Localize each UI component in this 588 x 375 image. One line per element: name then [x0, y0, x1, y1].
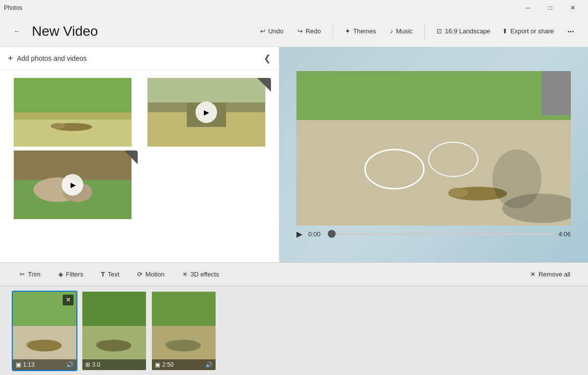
undo-button[interactable]: Undo [254, 25, 290, 38]
timeline-type-icon-1: ▣ [16, 361, 21, 368]
more-button[interactable] [562, 25, 580, 38]
timeline-item-info-2: ⊞ 3.0 [82, 359, 146, 370]
preview-image [296, 71, 571, 225]
strip-toolbar: Trim Filters Text Motion 3D effects Remo… [0, 263, 588, 286]
bottom-strip: Trim Filters Text Motion 3D effects Remo… [0, 262, 588, 375]
titlebar: Photos ─ □ ✕ [0, 0, 588, 16]
music-button[interactable]: Music [384, 25, 418, 38]
plus-icon [8, 53, 13, 64]
timeline-item-1[interactable]: ▣ 1:13 🔊 ✕ [12, 291, 77, 371]
svg-rect-14 [296, 71, 571, 120]
close-overlay-1[interactable]: ✕ [63, 295, 74, 305]
svg-point-4 [50, 123, 65, 129]
svg-point-26 [26, 340, 44, 349]
main-toolbar: New Video Undo Redo Themes Music 16:9 La… [0, 16, 588, 47]
timeline-item-2[interactable]: ⊞ 3.0 [81, 291, 147, 371]
filter-icon [58, 271, 63, 278]
timeline-item-3[interactable]: ▣ 2:50 🔊 [151, 291, 217, 371]
ratio-button[interactable]: 16:9 Landscape [431, 25, 496, 38]
video-corner-3 [124, 150, 138, 164]
svg-rect-28 [82, 292, 146, 326]
left-panel: Add photos and videos [0, 47, 279, 262]
effects-button[interactable]: 3D effects [174, 268, 227, 281]
collapse-button[interactable] [264, 53, 271, 64]
current-time: 0:00 [308, 230, 326, 238]
trim-label: Trim [28, 271, 41, 278]
video-corner-2 [257, 78, 271, 92]
timeline: ▣ 1:13 🔊 ✕ ⊞ 3.0 [0, 286, 588, 375]
ratio-icon [437, 27, 442, 35]
photo-thumb-1 [8, 78, 138, 147]
timeline-info-left-2: ⊞ 3.0 [85, 361, 100, 368]
timeline-duration-2: 3.0 [92, 361, 100, 368]
svg-rect-22 [541, 71, 571, 115]
music-icon [390, 27, 393, 35]
timeline-item-info-1: ▣ 1:13 🔊 [13, 359, 76, 370]
svg-rect-7 [147, 78, 265, 102]
audio-icon-1: 🔊 [66, 361, 74, 368]
total-time: 4:06 [559, 230, 571, 238]
back-icon [14, 27, 20, 35]
play-pause-button[interactable] [296, 229, 302, 239]
play-icon-3 [71, 181, 76, 189]
timeline-item-info-3: ▣ 2:50 🔊 [152, 359, 216, 370]
progress-bar[interactable] [332, 233, 553, 235]
remove-all-label: Remove all [539, 271, 570, 278]
remove-all-button[interactable]: Remove all [524, 268, 576, 281]
motion-button[interactable]: Motion [129, 268, 172, 281]
svg-rect-32 [152, 292, 216, 326]
audio-icon-3: 🔊 [205, 361, 213, 368]
main-area: Add photos and videos [0, 47, 588, 262]
themes-label: Themes [353, 27, 376, 35]
redo-label: Redo [306, 27, 321, 35]
svg-point-19 [448, 188, 468, 198]
photo-item-1[interactable] [8, 78, 138, 147]
redo-icon [297, 27, 303, 35]
panel-header: Add photos and videos [0, 47, 279, 70]
play-overlay-3 [62, 174, 83, 196]
back-button[interactable] [8, 25, 26, 38]
redo-button[interactable]: Redo [292, 25, 327, 38]
divider-2 [424, 24, 425, 39]
chevron-icon [264, 53, 271, 63]
timeline-thumb-2 [82, 292, 146, 370]
video-controls: 0:00 4:06 [296, 229, 571, 239]
add-label: Add photos and videos [17, 54, 87, 62]
effects-label: 3D effects [191, 271, 219, 278]
themes-icon [345, 27, 350, 35]
timeline-thumb-3 [152, 292, 216, 370]
photo-item-3[interactable] [8, 150, 138, 219]
play-icon-2 [204, 108, 209, 116]
titlebar-left: Photos [4, 4, 22, 11]
themes-button[interactable]: Themes [339, 25, 382, 38]
timeline-duration-3: 2:50 [162, 361, 173, 368]
ratio-label: 16:9 Landscape [445, 27, 490, 35]
toolbar-center: Undo Redo Themes Music 16:9 Landscape [254, 24, 496, 39]
svg-point-21 [492, 150, 541, 208]
trim-icon [20, 271, 25, 278]
timeline-type-icon-2: ⊞ [85, 361, 90, 368]
undo-label: Undo [269, 27, 284, 35]
app-name: Photos [4, 4, 22, 11]
minimize-button[interactable]: ─ [516, 0, 539, 16]
timeline-duration-1: 1:13 [23, 361, 34, 368]
photo-item-2[interactable] [142, 78, 271, 147]
export-label: Export or share [511, 27, 554, 35]
trim-button[interactable]: Trim [12, 268, 49, 281]
motion-label: Motion [146, 271, 165, 278]
divider-1 [333, 24, 333, 39]
motion-icon [137, 271, 143, 278]
svg-point-30 [96, 340, 113, 349]
export-button[interactable]: Export or share [496, 25, 560, 38]
text-button[interactable]: Text [93, 268, 127, 281]
svg-point-34 [165, 340, 183, 349]
effects-icon [182, 271, 188, 278]
play-overlay-2 [196, 101, 217, 123]
page-title: New Video [32, 24, 98, 39]
right-panel: 0:00 4:06 [279, 47, 588, 262]
add-photos-button[interactable]: Add photos and videos [8, 53, 87, 64]
maximize-button[interactable]: □ [539, 0, 562, 16]
filters-button[interactable]: Filters [50, 268, 91, 281]
close-button[interactable]: ✕ [562, 0, 584, 16]
photo-grid [0, 70, 279, 227]
